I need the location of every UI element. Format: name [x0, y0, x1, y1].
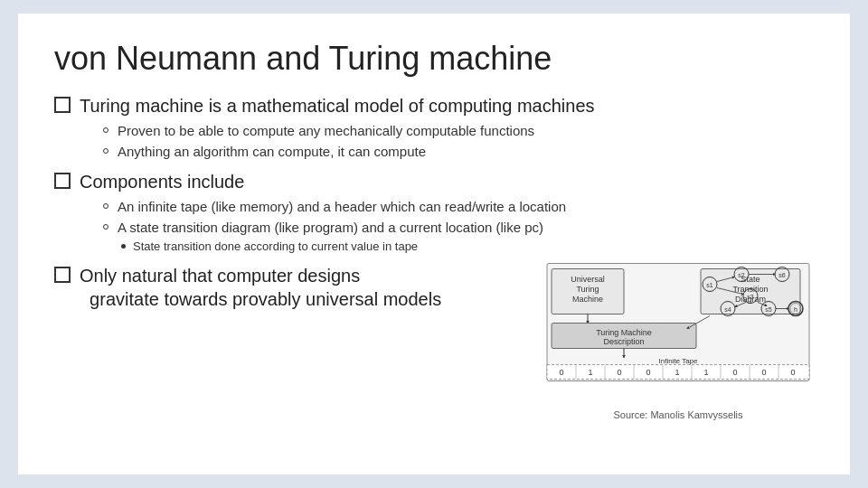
sub-sub-bullet-dot-2-1: [121, 244, 126, 249]
svg-text:Description: Description: [603, 337, 644, 346]
svg-text:s6: s6: [778, 272, 786, 278]
svg-text:h: h: [794, 306, 797, 313]
checkbox-icon-3: [54, 267, 71, 283]
sub-bullet-2-2: A state transition diagram (like program…: [103, 218, 814, 237]
turing-diagram: Universal Turing Machine State Transitio…: [542, 259, 814, 404]
sub-bullet-text-1-2: Anything an algorithm can compute, it ca…: [118, 142, 426, 161]
slide: von Neumann and Turing machine Turing ma…: [18, 14, 850, 474]
sub-bullets-1: Proven to be able to compute any mechani…: [103, 121, 814, 161]
sub-sub-bullet-2-1: State transition done according to curre…: [121, 239, 814, 255]
svg-text:0: 0: [559, 368, 563, 377]
bullet-main-1: Turing machine is a mathematical model o…: [54, 94, 814, 117]
sub-bullet-1-2: Anything an algorithm can compute, it ca…: [103, 142, 814, 161]
svg-text:1: 1: [675, 368, 679, 377]
slide-title: von Neumann and Turing machine: [54, 39, 814, 78]
sub-bullet-dot-1-1: [103, 127, 108, 133]
svg-text:s1: s1: [706, 282, 713, 288]
diagram-area: Universal Turing Machine State Transitio…: [542, 259, 814, 420]
svg-text:s5: s5: [765, 306, 772, 313]
checkbox-icon-2: [54, 173, 71, 189]
sub-bullet-text-2-2: A state transition diagram (like program…: [118, 218, 543, 237]
svg-text:s3: s3: [747, 294, 754, 300]
svg-text:Machine: Machine: [572, 295, 603, 304]
svg-text:0: 0: [732, 368, 737, 377]
sub-bullet-dot-1-2: [103, 148, 108, 154]
sub-bullet-dot-2-1: [103, 203, 108, 209]
sub-bullet-dot-2-2: [103, 224, 108, 230]
svg-text:s2: s2: [738, 272, 745, 278]
bullet-main-text-1: Turing machine is a mathematical model o…: [80, 94, 595, 117]
sub-bullets-2: An infinite tape (like memory) and a hea…: [103, 197, 814, 255]
bullet-main-text-2: Components include: [80, 170, 244, 193]
sub-bullet-text-1-1: Proven to be able to compute any mechani…: [118, 121, 534, 140]
svg-text:Universal: Universal: [571, 275, 605, 284]
svg-text:Turing: Turing: [576, 285, 599, 294]
sub-sub-bullet-text-2-1: State transition done according to curre…: [133, 239, 418, 255]
svg-text:0: 0: [646, 368, 650, 377]
svg-text:Turing Machine: Turing Machine: [596, 328, 652, 337]
section-turing-machine: Turing machine is a mathematical model o…: [54, 94, 814, 161]
svg-text:0: 0: [790, 368, 795, 377]
section-natural: Only natural that computer designs gravi…: [54, 264, 814, 420]
bottom-text: Only natural that computer designs gravi…: [54, 264, 533, 314]
bullet-main-text-3: Only natural that computer designs gravi…: [80, 264, 441, 311]
sub-bullet-2-1: An infinite tape (like memory) and a hea…: [103, 197, 814, 216]
svg-text:s4: s4: [724, 306, 731, 313]
checkbox-icon-1: [54, 97, 71, 113]
sub-bullet-text-2-1: An infinite tape (like memory) and a hea…: [118, 197, 566, 216]
svg-text:Infinite Tape: Infinite Tape: [659, 357, 699, 365]
bullet-main-2: Components include: [54, 170, 814, 193]
bullet-main-3: Only natural that computer designs gravi…: [54, 264, 533, 311]
sub-bullet-1-1: Proven to be able to compute any mechani…: [103, 121, 814, 140]
section-components: Components include An infinite tape (lik…: [54, 170, 814, 255]
svg-text:0: 0: [617, 368, 621, 377]
sub-sub-bullets-2: State transition done according to curre…: [121, 239, 814, 255]
svg-text:0: 0: [761, 368, 766, 377]
source-text: Source: Manolis Kamvysselis: [542, 409, 814, 420]
svg-text:1: 1: [703, 368, 708, 377]
svg-text:1: 1: [588, 368, 592, 377]
